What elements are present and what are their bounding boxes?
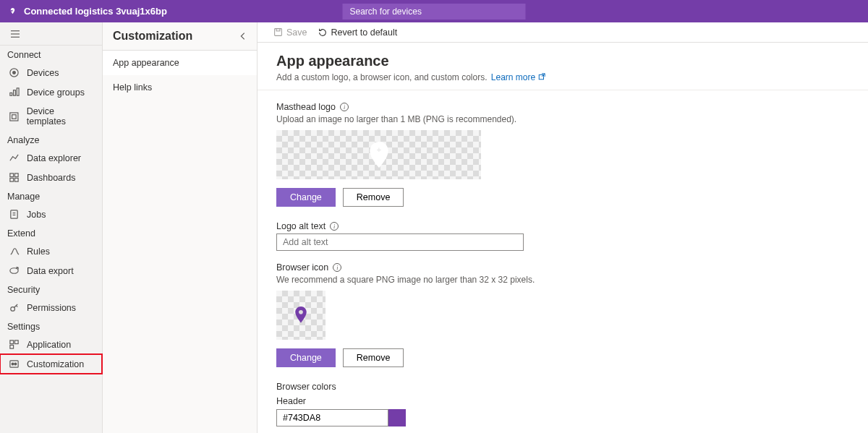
nav-item-label: Application: [27, 340, 71, 350]
export-icon: [9, 265, 20, 276]
nav-item-device-groups[interactable]: Device groups: [0, 82, 102, 102]
nav-section-header: Settings: [0, 317, 102, 335]
app-logo-icon: [9, 6, 17, 17]
svg-rect-7: [17, 88, 19, 95]
jobs-icon: [9, 209, 20, 220]
change-browser-icon-button[interactable]: Change: [276, 348, 336, 367]
nav-item-label: Rules: [27, 246, 50, 257]
nav-item-label: Jobs: [27, 210, 46, 220]
perm-icon: [9, 302, 20, 313]
svg-rect-20: [14, 340, 18, 344]
change-masthead-button[interactable]: Change: [276, 188, 336, 207]
nav-item-jobs[interactable]: Jobs: [0, 205, 102, 224]
learn-more-link[interactable]: Learn more: [491, 72, 545, 82]
nav-item-label: Device groups: [27, 87, 85, 98]
rules-icon: [9, 246, 20, 257]
bar-icon: [9, 87, 20, 98]
nav-item-data-export[interactable]: Data export: [0, 261, 102, 280]
nav-section-header: Analyze: [0, 131, 102, 148]
svg-rect-19: [10, 340, 14, 344]
nav-item-label: Permissions: [27, 303, 76, 313]
subnav-item-help-links[interactable]: Help links: [103, 75, 257, 100]
svg-rect-21: [10, 345, 14, 348]
customization-subnav: Customization App appearanceHelp links: [103, 22, 258, 433]
remove-browser-icon-button[interactable]: Remove: [343, 348, 404, 367]
svg-rect-11: [14, 173, 18, 177]
masthead-help: Upload an image no larger than 1 MB (PNG…: [276, 114, 849, 124]
save-icon: [273, 27, 283, 37]
nav-item-permissions[interactable]: Permissions: [0, 298, 102, 317]
app-header: Connected logistics 3vuaj1x6bp: [0, 0, 868, 22]
external-link-icon: [538, 73, 545, 80]
subnav-item-app-appearance[interactable]: App appearance: [103, 51, 257, 75]
command-bar: Save Revert to default: [258, 22, 868, 43]
svg-point-17: [10, 268, 18, 274]
search-wrap: [343, 4, 526, 20]
browser-colors-label: Browser colors: [276, 382, 336, 392]
hamburger-icon: [10, 30, 20, 38]
header-color-label: Header: [276, 396, 849, 406]
nav-item-devices[interactable]: Devices: [0, 63, 102, 82]
nav-section-header: Extend: [0, 224, 102, 241]
svg-text:+: +: [376, 145, 381, 154]
nav-item-label: Devices: [27, 68, 59, 78]
app-icon: [9, 339, 20, 350]
nav-item-label: Data export: [27, 266, 74, 276]
svg-point-23: [12, 363, 14, 365]
line-icon: [9, 153, 20, 163]
form-content: Masthead logoi Upload an image no larger…: [258, 90, 868, 433]
nav-item-application[interactable]: Application: [0, 335, 102, 354]
nav-item-dashboards[interactable]: Dashboards: [0, 168, 102, 187]
header-color-swatch[interactable]: [388, 409, 406, 426]
nav-item-data-explorer[interactable]: Data explorer: [0, 148, 102, 168]
svg-rect-8: [10, 112, 18, 120]
page-title: App appearance: [276, 53, 849, 69]
svg-rect-25: [275, 29, 282, 36]
app-title: Connected logistics 3vuaj1x6bp: [24, 6, 167, 17]
svg-point-4: [13, 72, 16, 74]
browser-icon-preview: [276, 291, 326, 340]
main: Save Revert to default App appearance Ad…: [258, 22, 868, 433]
nav-item-device-templates[interactable]: Device templates: [0, 102, 102, 131]
svg-rect-12: [10, 178, 14, 181]
alt-label: Logo alt text: [276, 221, 326, 231]
save-label: Save: [286, 27, 307, 38]
chevron-left-icon[interactable]: [238, 31, 248, 41]
page-head: App appearance Add a custom logo, a brow…: [258, 43, 868, 90]
nav-section-header: Connect: [0, 46, 102, 63]
nav-item-label: Customization: [27, 359, 84, 369]
pin-icon: [294, 306, 307, 324]
info-icon[interactable]: i: [333, 263, 341, 272]
revert-icon: [318, 27, 328, 38]
svg-rect-9: [12, 114, 17, 119]
svg-point-24: [14, 363, 17, 365]
browser-icon-help: We recommend a square PNG image no large…: [276, 275, 849, 285]
svg-rect-10: [10, 173, 14, 177]
page-subtitle: Add a custom logo, a browser icon, and c…: [276, 72, 849, 82]
logo-alt-text-input[interactable]: [276, 233, 524, 251]
collapse-nav-button[interactable]: [0, 22, 102, 46]
masthead-label: Masthead logo: [276, 102, 336, 112]
save-button[interactable]: Save: [273, 27, 307, 38]
remove-masthead-button[interactable]: Remove: [343, 188, 404, 207]
svg-rect-13: [14, 178, 18, 181]
svg-rect-5: [10, 93, 12, 95]
nav-section-header: Security: [0, 280, 102, 298]
devices-icon: [9, 67, 20, 78]
revert-button[interactable]: Revert to default: [318, 27, 398, 38]
nav-item-rules[interactable]: Rules: [0, 241, 102, 261]
info-icon[interactable]: i: [330, 222, 339, 231]
svg-rect-26: [276, 29, 280, 31]
revert-label: Revert to default: [331, 27, 398, 38]
templates-icon: [9, 111, 20, 122]
header-color-input[interactable]: [276, 409, 388, 426]
masthead-logo-preview: +: [276, 130, 481, 179]
nav-item-label: Dashboards: [27, 173, 75, 183]
cust-icon: [9, 359, 20, 369]
nav-item-label: Device templates: [27, 106, 95, 127]
search-input[interactable]: [343, 4, 526, 20]
info-icon[interactable]: i: [340, 103, 349, 111]
subnav-title: Customization: [113, 30, 192, 43]
nav-section-header: Manage: [0, 187, 102, 205]
nav-item-customization[interactable]: Customization: [0, 354, 102, 374]
